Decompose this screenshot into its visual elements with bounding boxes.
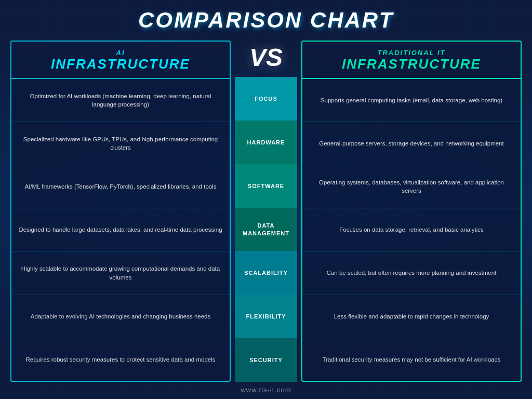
- traditional-item-5: Less flexible and adaptable to rapid cha…: [302, 295, 521, 338]
- traditional-subtitle: TRADITIONAL IT: [308, 49, 515, 57]
- traditional-item-4: Can be scaled, but often requires more p…: [302, 251, 521, 295]
- ai-panel-body: Optimized for AI workloads (machine lear…: [11, 79, 230, 381]
- category-scalability: SCALABILITY: [235, 251, 297, 295]
- traditional-item-6: Traditional security measures may not be…: [302, 338, 521, 381]
- vs-panel: VS FOCUSHARDWARESOFTWAREDATA MANAGEMENTS…: [235, 41, 297, 382]
- comparison-content: AI INFRASTRUCTURE Optimized for AI workl…: [10, 41, 522, 382]
- category-data-management: DATA MANAGEMENT: [235, 208, 297, 251]
- ai-title: INFRASTRUCTURE: [17, 57, 224, 72]
- ai-item-6: Requires robust security measures to pro…: [11, 338, 230, 381]
- ai-item-1: Specialized hardware like GPUs, TPUs, an…: [11, 122, 230, 165]
- traditional-item-1: General-purpose servers, storage devices…: [302, 122, 521, 165]
- ai-item-4: Highly scalable to accommodate growing c…: [11, 251, 230, 295]
- category-hardware: HARDWARE: [235, 121, 297, 164]
- category-focus: FOCUS: [235, 77, 297, 121]
- traditional-item-3: Focuses on data storage, retrieval, and …: [302, 208, 521, 251]
- traditional-panel-body: Supports general computing tasks (email,…: [302, 79, 521, 381]
- category-list: FOCUSHARDWARESOFTWAREDATA MANAGEMENTSCAL…: [235, 77, 297, 382]
- category-security: SECURITY: [235, 338, 297, 382]
- ai-infrastructure-panel: AI INFRASTRUCTURE Optimized for AI workl…: [10, 41, 231, 382]
- ai-panel-header: AI INFRASTRUCTURE: [11, 42, 230, 79]
- ai-item-5: Adaptable to evolving AI technologies an…: [11, 295, 230, 338]
- footer-url: www.tls-it.com: [241, 386, 291, 394]
- traditional-title: INFRASTRUCTURE: [308, 57, 515, 72]
- category-software: SOFTWARE: [235, 164, 297, 208]
- traditional-panel-header: TRADITIONAL IT INFRASTRUCTURE: [302, 42, 521, 79]
- traditional-item-0: Supports general computing tasks (email,…: [302, 79, 521, 122]
- category-flexibility: FLEXIBILITY: [235, 295, 297, 338]
- ai-item-2: AI/ML frameworks (TensorFlow, PyTorch), …: [11, 165, 230, 208]
- traditional-it-panel: TRADITIONAL IT INFRASTRUCTURE Supports g…: [301, 41, 522, 382]
- traditional-item-2: Operating systems, databases, virtualiza…: [302, 165, 521, 208]
- ai-item-3: Designed to handle large datasets, data …: [11, 208, 230, 251]
- page-title: COMPARISON CHART: [138, 8, 394, 33]
- ai-subtitle: AI: [17, 49, 224, 57]
- main-container: COMPARISON CHART AI INFRASTRUCTURE Optim…: [0, 0, 532, 399]
- vs-label: VS: [249, 41, 283, 72]
- ai-item-0: Optimized for AI workloads (machine lear…: [11, 79, 230, 122]
